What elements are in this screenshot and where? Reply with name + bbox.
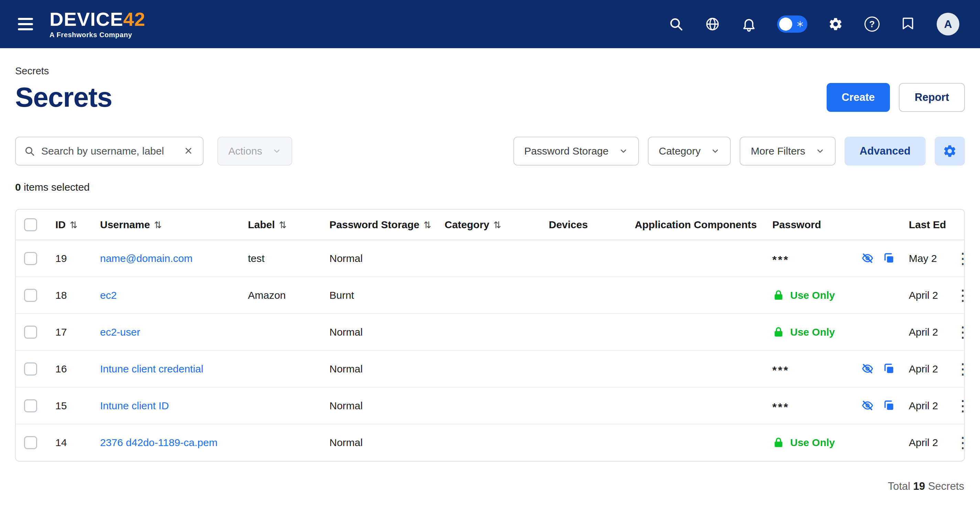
row-checkbox[interactable] bbox=[24, 436, 37, 449]
row-checkbox[interactable] bbox=[24, 289, 37, 302]
cell-label: Amazon bbox=[241, 277, 323, 314]
cell-password: *** bbox=[765, 387, 902, 424]
row-menu-icon[interactable]: ⋮ bbox=[953, 251, 964, 266]
row-checkbox[interactable] bbox=[24, 362, 37, 375]
actions-dropdown[interactable]: Actions bbox=[217, 137, 292, 166]
cell-label bbox=[241, 350, 323, 387]
device42-logo[interactable]: DEVICE42 A Freshworks Company bbox=[49, 10, 145, 39]
username-link[interactable]: ec2 bbox=[100, 289, 116, 301]
table-header-row: ID⇅Username⇅Label⇅Password Storage⇅Categ… bbox=[16, 210, 964, 240]
cell-id: 15 bbox=[48, 387, 93, 424]
copy-password-icon[interactable] bbox=[882, 362, 896, 376]
menu-icon[interactable] bbox=[15, 15, 36, 33]
cell-password-storage: Normal bbox=[323, 350, 438, 387]
cell-username: Intune client ID bbox=[93, 387, 241, 424]
copy-password-icon[interactable] bbox=[882, 252, 896, 265]
table-row: 17ec2-userNormalUse OnlyApril 2⋮ bbox=[16, 314, 964, 350]
password-storage-filter[interactable]: Password Storage bbox=[513, 137, 639, 166]
search-box[interactable] bbox=[15, 137, 204, 166]
hide-password-icon[interactable] bbox=[861, 362, 875, 376]
row-checkbox[interactable] bbox=[24, 399, 37, 412]
username-link[interactable]: Intune client ID bbox=[100, 400, 169, 411]
sort-icon[interactable]: ⇅ bbox=[70, 220, 78, 230]
cell-label bbox=[241, 424, 323, 461]
cell-last-edited: April 2 bbox=[902, 350, 946, 387]
cell-password: Use Only bbox=[765, 424, 902, 461]
username-link[interactable]: name@domain.com bbox=[100, 253, 192, 264]
select-all-checkbox[interactable] bbox=[24, 218, 37, 231]
cell-last-edited: April 2 bbox=[902, 277, 946, 314]
cell-password: *** bbox=[765, 240, 902, 277]
row-menu-icon[interactable]: ⋮ bbox=[953, 288, 964, 303]
clear-search-icon[interactable] bbox=[182, 145, 195, 157]
cell-devices bbox=[542, 314, 628, 350]
cell-devices bbox=[542, 424, 628, 461]
cell-app-components bbox=[628, 314, 765, 350]
sort-icon[interactable]: ⇅ bbox=[154, 220, 162, 230]
masked-password: *** bbox=[772, 254, 789, 266]
logo-text: DEVICE42 bbox=[49, 10, 145, 29]
globe-icon[interactable] bbox=[704, 16, 721, 32]
cell-last-edited: April 2 bbox=[902, 387, 946, 424]
more-filters-dropdown[interactable]: More Filters bbox=[740, 137, 835, 166]
row-menu-icon[interactable]: ⋮ bbox=[953, 325, 964, 340]
gear-icon[interactable] bbox=[827, 16, 844, 32]
cell-devices bbox=[542, 240, 628, 277]
table-settings-icon[interactable] bbox=[935, 137, 965, 166]
cell-category bbox=[438, 277, 542, 314]
column-header-app_components: Application Components bbox=[628, 210, 765, 240]
sort-icon[interactable]: ⇅ bbox=[279, 220, 287, 230]
bell-icon[interactable] bbox=[741, 16, 757, 32]
column-header-devices: Devices bbox=[542, 210, 628, 240]
cell-devices bbox=[542, 277, 628, 314]
cell-password-storage: Normal bbox=[323, 387, 438, 424]
username-link[interactable]: 2376 d42do-1189-ca.pem bbox=[100, 437, 217, 448]
avatar[interactable]: A bbox=[937, 13, 959, 35]
cell-app-components bbox=[628, 424, 765, 461]
column-header-username[interactable]: Username⇅ bbox=[93, 210, 241, 240]
table-row: 18ec2AmazonBurntUse OnlyApril 2⋮ bbox=[16, 277, 964, 314]
column-header-category[interactable]: Category⇅ bbox=[438, 210, 542, 240]
sort-icon[interactable]: ⇅ bbox=[493, 220, 501, 230]
hide-password-icon[interactable] bbox=[861, 252, 875, 265]
snowflake-icon bbox=[796, 20, 804, 28]
username-link[interactable]: ec2-user bbox=[100, 326, 140, 338]
cell-id: 14 bbox=[48, 424, 93, 461]
cell-id: 16 bbox=[48, 350, 93, 387]
header-actions-cell bbox=[946, 210, 964, 240]
use-only-badge: Use Only bbox=[772, 436, 899, 449]
masked-password: *** bbox=[772, 401, 789, 414]
create-button[interactable]: Create bbox=[827, 83, 890, 112]
row-menu-icon[interactable]: ⋮ bbox=[953, 398, 964, 413]
search-input[interactable] bbox=[41, 145, 176, 157]
chevron-down-icon bbox=[619, 147, 628, 156]
report-button[interactable]: Report bbox=[899, 83, 965, 112]
theme-toggle[interactable] bbox=[777, 16, 807, 33]
use-only-badge: Use Only bbox=[772, 326, 899, 338]
help-icon[interactable]: ? bbox=[864, 16, 880, 32]
advanced-button[interactable]: Advanced bbox=[845, 137, 926, 166]
category-filter[interactable]: Category bbox=[648, 137, 731, 166]
column-header-storage[interactable]: Password Storage⇅ bbox=[323, 210, 438, 240]
column-header-id[interactable]: ID⇅ bbox=[48, 210, 93, 240]
cell-id: 18 bbox=[48, 277, 93, 314]
hide-password-icon[interactable] bbox=[861, 399, 875, 413]
table-body: 19name@domain.comtestNormal***May 2⋮18ec… bbox=[16, 240, 964, 461]
cell-category bbox=[438, 424, 542, 461]
column-header-label[interactable]: Label⇅ bbox=[241, 210, 323, 240]
username-link[interactable]: Intune client credential bbox=[100, 363, 203, 375]
breadcrumb[interactable]: Secrets bbox=[15, 65, 965, 77]
row-menu-icon[interactable]: ⋮ bbox=[953, 361, 964, 377]
bookmark-icon[interactable] bbox=[900, 16, 917, 32]
table-row: 16Intune client credentialNormal***April… bbox=[16, 350, 964, 387]
row-checkbox[interactable] bbox=[24, 326, 37, 339]
row-checkbox[interactable] bbox=[24, 252, 37, 265]
cell-last-edited: May 2 bbox=[902, 240, 946, 277]
row-menu-icon[interactable]: ⋮ bbox=[953, 435, 964, 450]
copy-password-icon[interactable] bbox=[882, 399, 896, 413]
table-row: 15Intune client IDNormal***April 2⋮ bbox=[16, 387, 964, 424]
cell-label: test bbox=[241, 240, 323, 277]
sort-icon[interactable]: ⇅ bbox=[424, 220, 431, 230]
search-icon[interactable] bbox=[668, 16, 684, 32]
cell-password-storage: Normal bbox=[323, 314, 438, 350]
